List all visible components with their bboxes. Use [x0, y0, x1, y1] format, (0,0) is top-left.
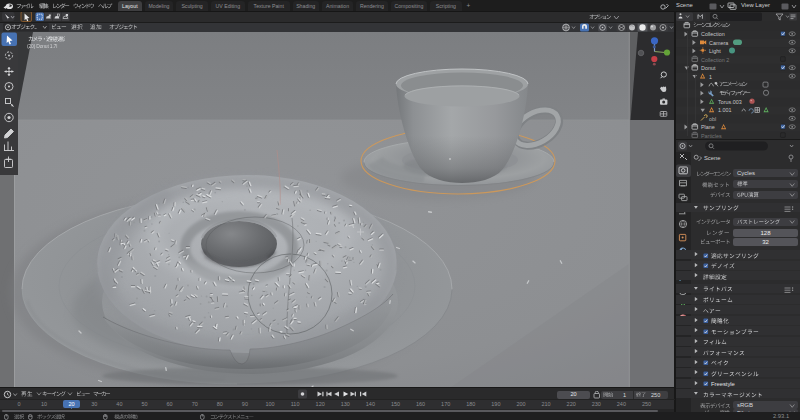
svg-text:Donut: Donut — [701, 65, 716, 71]
svg-text:obl: obl — [709, 116, 716, 122]
svg-text:Collection 2: Collection 2 — [701, 57, 729, 63]
svg-text:Particles: Particles — [701, 133, 722, 139]
svg-text:Light: Light — [709, 48, 721, 54]
svg-text:Collection: Collection — [701, 31, 725, 37]
svg-text:Camera: Camera — [709, 40, 728, 46]
svg-text:1: 1 — [709, 74, 712, 80]
svg-text:Torus.003: Torus.003 — [718, 99, 742, 105]
svg-text:1.001: 1.001 — [718, 107, 732, 113]
svg-text:Plane: Plane — [701, 124, 715, 130]
